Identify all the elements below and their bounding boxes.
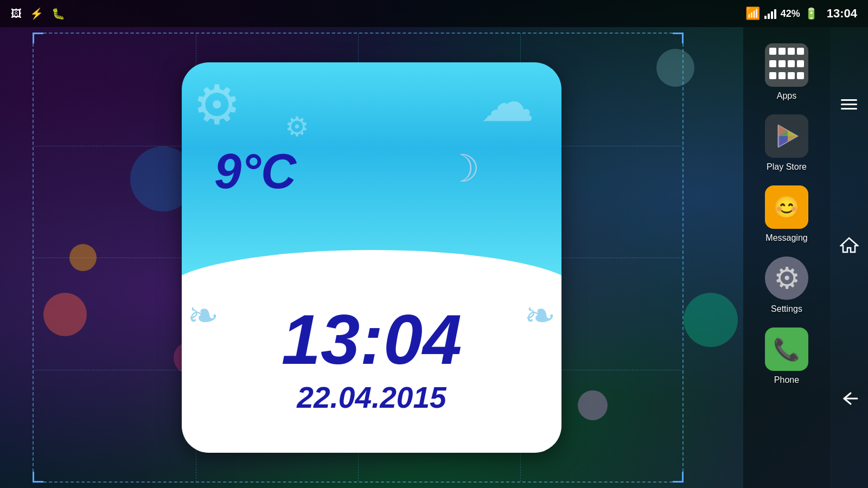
apps-shortcut[interactable]: Apps: [749, 38, 825, 106]
messaging-label: Messaging: [765, 233, 807, 243]
usb-icon: ⚡: [30, 7, 43, 20]
cloud-icon: ☁: [480, 70, 551, 125]
status-time: 13:04: [827, 7, 857, 21]
play-store-label: Play Store: [767, 162, 807, 172]
settings-label: Settings: [771, 304, 802, 314]
widget-top: ⚙ ⚙ ☁ 9°C ☽: [182, 62, 561, 277]
battery-percent: 42%: [781, 8, 800, 20]
phone-icon: 📞: [765, 328, 808, 371]
battery-icon: 🔋: [805, 7, 818, 20]
swirl-right-icon: ❧: [524, 293, 556, 338]
apps-grid-icon: [765, 43, 808, 87]
weather-widget[interactable]: ⚙ ⚙ ☁ 9°C ☽ ❧ ❧ 13:04 22.04.2015: [182, 62, 561, 453]
widget-area: ⚙ ⚙ ☁ 9°C ☽ ❧ ❧ 13:04 22.04.2015: [0, 27, 743, 488]
status-bar-right: 📶 42% 🔋 13:04: [745, 7, 857, 21]
messaging-icon: 😊: [765, 185, 808, 229]
far-right-nav: [830, 27, 868, 488]
widget-bottom: ❧ ❧ 13:04 22.04.2015: [182, 277, 561, 453]
signal-bars: [764, 8, 776, 19]
settings-shortcut[interactable]: ⚙ Settings: [749, 251, 825, 319]
back-button[interactable]: [834, 385, 864, 416]
moon-icon: ☽: [446, 146, 480, 191]
status-bar-left: 🖼 ⚡ 🐛: [11, 7, 65, 20]
wifi-icon: 📶: [745, 7, 760, 21]
play-store-shortcut[interactable]: Play Store: [749, 109, 825, 177]
phone-shortcut[interactable]: 📞 Phone: [749, 322, 825, 390]
date-display: 22.04.2015: [297, 380, 446, 415]
hamburger-menu-button[interactable]: [841, 99, 857, 110]
apps-label: Apps: [777, 91, 796, 101]
svg-marker-6: [841, 238, 858, 252]
svg-marker-5: [788, 131, 797, 142]
play-store-icon: [765, 114, 808, 158]
messaging-shortcut[interactable]: 😊 Messaging: [749, 180, 825, 248]
main-area: ⚙ ⚙ ☁ 9°C ☽ ❧ ❧ 13:04 22.04.2015: [0, 27, 868, 488]
bug-icon: 🐛: [52, 7, 65, 20]
gear-large-icon: ⚙: [193, 73, 241, 137]
settings-icon: ⚙: [765, 256, 808, 300]
temperature-display: 9°C: [214, 144, 296, 200]
right-sidebar: Apps Play Store 😊 Messaging: [743, 27, 830, 488]
status-bar: 🖼 ⚡ 🐛 📶 42% 🔋 13:04: [0, 0, 868, 27]
home-button[interactable]: [834, 232, 864, 262]
image-icon: 🖼: [11, 8, 22, 20]
gear-small-icon: ⚙: [285, 111, 309, 143]
phone-label: Phone: [774, 375, 799, 385]
time-display: 13:04: [282, 304, 462, 375]
swirl-left-icon: ❧: [187, 293, 219, 338]
